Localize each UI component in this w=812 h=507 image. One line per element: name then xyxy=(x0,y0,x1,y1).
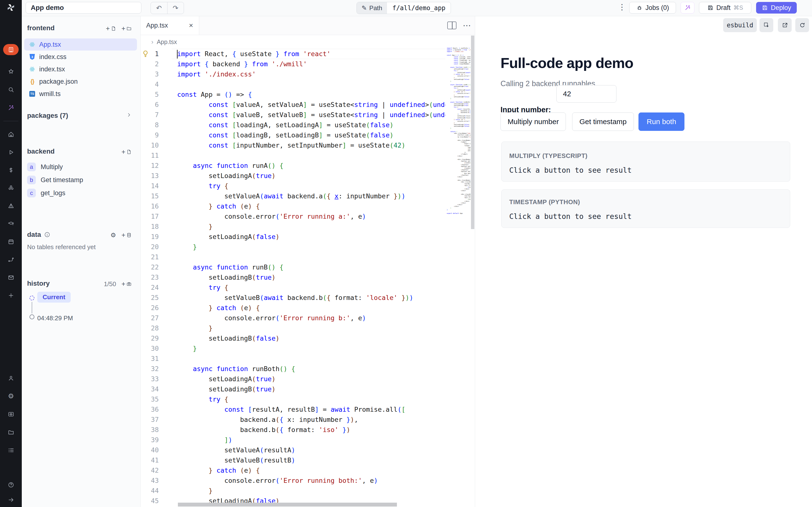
code-line: async function runB() { xyxy=(445,84,471,86)
rail-item-folders[interactable] xyxy=(0,425,22,440)
rail-item-ai-wand[interactable] xyxy=(0,100,22,115)
code-line: 6 const [valueA, setValueA] = useState<s… xyxy=(141,100,445,110)
code-editor[interactable]: 1import React, { useState } from 'react'… xyxy=(141,49,445,507)
lightbulb-icon[interactable] xyxy=(142,50,149,58)
gear-icon[interactable]: ⚙ xyxy=(110,232,116,238)
preview-button-multiply-number[interactable]: Multiply number xyxy=(500,112,566,131)
code-line: const [valueA, setValueA] = useState<str… xyxy=(445,56,471,58)
input-number-field[interactable] xyxy=(556,85,616,103)
rail-item-flows[interactable] xyxy=(0,252,22,267)
inspect-select-button[interactable] xyxy=(759,18,773,32)
runnable-badge: b xyxy=(27,176,36,184)
code-line: const [loadingB, setLoadingB] = useState… xyxy=(445,61,471,63)
code-line: </div> xyxy=(445,205,471,207)
editor-horizontal-scrollbar[interactable] xyxy=(178,503,397,507)
close-tab-icon[interactable]: × xyxy=(189,21,193,30)
add-runnable-button[interactable]: + xyxy=(121,148,132,156)
add-folder-button[interactable]: + xyxy=(121,25,132,33)
code-line xyxy=(445,53,471,54)
file-item-wmill.ts[interactable]: TSwmill.ts xyxy=(24,88,137,100)
backend-item-get_logs[interactable]: cget_logs xyxy=(27,187,65,199)
rail-item-inbox[interactable] xyxy=(0,270,22,285)
jobs-button[interactable]: Jobs (0) xyxy=(629,2,676,13)
more-menu-icon[interactable]: ⋮ xyxy=(617,2,627,12)
rail-item-add[interactable] xyxy=(0,288,22,302)
app-name-input[interactable] xyxy=(25,2,141,13)
add-snapshot-button[interactable]: + xyxy=(121,280,132,288)
windmill-logo-icon[interactable] xyxy=(6,3,15,12)
preview-button-run-both[interactable]: Run both xyxy=(639,112,685,131)
code-line xyxy=(445,99,471,101)
rail-item-resources[interactable] xyxy=(0,181,22,195)
code-line: 13 setLoadingA(true) xyxy=(141,171,445,181)
code-line: setLoadingB(false) xyxy=(445,96,471,98)
frontend-actions: + + xyxy=(106,25,132,33)
path-editor[interactable]: ✎Path f/all/demo_app xyxy=(357,2,451,14)
code-line: </button> xyxy=(445,174,471,176)
current-version-badge[interactable]: Current xyxy=(37,292,71,302)
result-card: TIMESTAMP (PYTHON)Click a button to see … xyxy=(501,189,790,228)
refresh-preview-button[interactable] xyxy=(795,18,809,32)
code-line: <div className="input-section"> xyxy=(445,139,471,141)
undo-redo-group: ↶ ↷ xyxy=(151,2,184,14)
add-table-button[interactable]: + xyxy=(121,231,132,239)
code-line: value={inputNumber} xyxy=(445,148,471,150)
code-line: export default App xyxy=(445,212,471,214)
draft-button[interactable]: Draft ⌘S xyxy=(699,2,751,13)
minimap[interactable]: import React, { useState } from 'react'i… xyxy=(445,47,471,231)
rail-item-runs[interactable] xyxy=(0,145,22,159)
rail-item-help[interactable] xyxy=(0,477,22,492)
code-line: <p className="subtitle">Calling 2 backen… xyxy=(445,136,471,137)
snapshot-timestamp[interactable]: 04:48:29 PM xyxy=(37,315,73,322)
code-line: 38 backend.b({ format: 'iso' }) xyxy=(141,425,445,435)
file-item-package.json[interactable]: {}package.json xyxy=(24,75,137,88)
rail-item-home[interactable] xyxy=(0,127,22,142)
backend-actions: + xyxy=(121,148,132,156)
code-line: 5const App = () => { xyxy=(141,90,445,100)
rail-item-audit-logs[interactable] xyxy=(0,443,22,457)
code-line: <label> xyxy=(445,141,471,143)
file-item-index.tsx[interactable]: index.tsx xyxy=(24,63,137,75)
add-file-button[interactable]: + xyxy=(106,25,116,33)
code-line: </label> xyxy=(445,153,471,155)
rail-item-schedules[interactable] xyxy=(0,234,22,249)
save-icon xyxy=(707,5,713,11)
open-external-button[interactable] xyxy=(778,18,792,32)
code-line: /> xyxy=(445,152,471,153)
rail-item-search[interactable] xyxy=(0,82,22,97)
rail-item-workspace-apps[interactable] xyxy=(3,44,19,55)
ai-wand-button[interactable] xyxy=(681,2,694,13)
file-item-index.css[interactable]: 3index.css xyxy=(24,51,137,63)
file-item-App.tsx[interactable]: App.tsx xyxy=(24,39,137,51)
editor-vertical-scrollbar[interactable] xyxy=(471,36,474,229)
bundler-badge[interactable]: esbuild xyxy=(723,18,757,32)
split-editor-icon[interactable] xyxy=(447,21,456,29)
rail-item-favorites[interactable] xyxy=(0,64,22,78)
backend-item-get-timestamp[interactable]: bGet timestamp xyxy=(27,174,83,186)
code-line: } xyxy=(445,127,471,129)
rail-item-variables[interactable] xyxy=(0,163,22,177)
packages-expand-button[interactable] xyxy=(126,112,132,118)
redo-button[interactable]: ↷ xyxy=(167,2,184,14)
tab-app-tsx[interactable]: App.tsx× xyxy=(141,16,199,35)
rail-item-settings[interactable]: ⚙ xyxy=(0,389,22,403)
rail-item-account[interactable] xyxy=(0,371,22,385)
rail-item-instance-settings[interactable] xyxy=(0,407,22,421)
code-line: <div className="result-card"> xyxy=(445,193,471,195)
rail-item-learn[interactable] xyxy=(0,217,22,231)
rail-item-triggers[interactable] xyxy=(0,199,22,213)
undo-button[interactable]: ↶ xyxy=(151,2,167,14)
file-name: wmill.ts xyxy=(39,90,61,98)
backend-item-multiply[interactable]: aMultiply xyxy=(27,161,63,173)
rail-item-expand-sidebar[interactable] xyxy=(0,493,22,507)
code-line: } catch (e) { xyxy=(445,73,471,75)
editor-more-icon[interactable]: ⋯ xyxy=(463,20,471,30)
code-line: setValueB(await backend.b({ format: 'loc… xyxy=(445,89,471,91)
code-line: 32 async function runBoth() { xyxy=(141,364,445,374)
code-line: 34 setLoadingB(true) xyxy=(141,384,445,394)
history-counter: 1/50 xyxy=(104,280,116,288)
deploy-button[interactable]: Deploy xyxy=(756,2,797,13)
code-line: 26 } catch (e) { xyxy=(141,303,445,313)
code-line: 18 } xyxy=(141,222,445,232)
preview-button-get-timestamp[interactable]: Get timestamp xyxy=(572,112,634,131)
